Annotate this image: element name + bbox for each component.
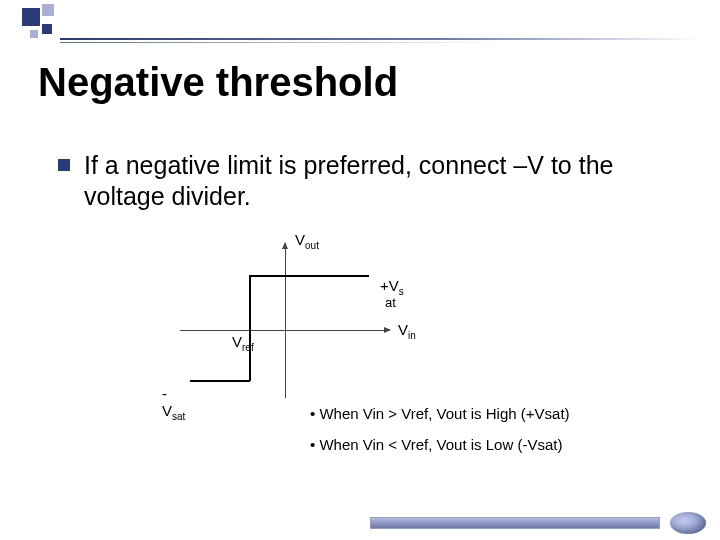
note-low: • When Vin < Vref, Vout is Low (-Vsat) (310, 436, 690, 453)
step-high-segment (249, 275, 369, 277)
bullet-square-icon (58, 159, 70, 171)
header-decoration (0, 0, 720, 45)
bullet-text: If a negative limit is preferred, connec… (84, 150, 658, 213)
neg-vsat-label: - Vsat (162, 385, 185, 422)
step-low-segment (190, 380, 250, 382)
footer-logo-icon (670, 512, 706, 534)
vref-label: Vref (232, 333, 254, 353)
x-axis-label: Vin (398, 321, 416, 341)
threshold-chart: Vout +Vs at Vref Vin - Vsat (180, 235, 420, 425)
note-high: • When Vin > Vref, Vout is High (+Vsat) (310, 405, 690, 422)
x-axis (180, 330, 390, 331)
plus-vsat-label: +Vs (380, 277, 404, 297)
bullet-item: If a negative limit is preferred, connec… (58, 150, 658, 213)
page-title: Negative threshold (38, 60, 398, 105)
y-axis-label: Vout (295, 231, 319, 251)
notes-block: • When Vin > Vref, Vout is High (+Vsat) … (310, 405, 690, 467)
at-label: at (385, 295, 396, 310)
step-vertical-segment (249, 275, 251, 381)
y-axis (285, 243, 286, 398)
footer (0, 512, 720, 534)
footer-bar (370, 517, 660, 529)
